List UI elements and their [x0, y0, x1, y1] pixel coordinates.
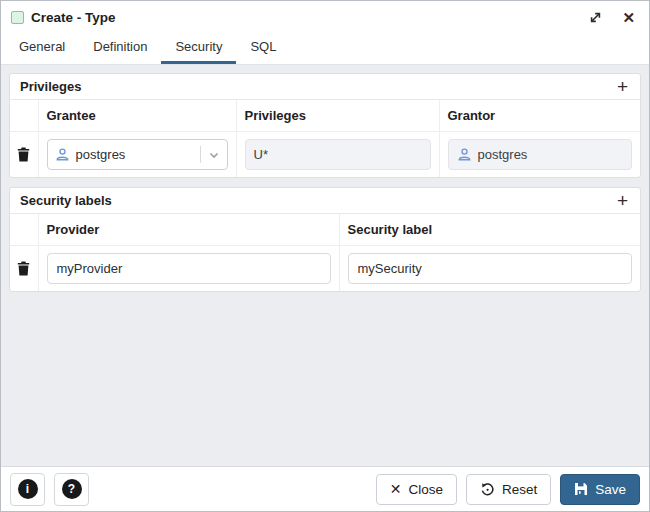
- expand-button[interactable]: [587, 9, 604, 26]
- add-icon: +: [617, 190, 628, 211]
- security-labels-panel-header: Security labels +: [10, 188, 640, 214]
- grantee-value: postgres: [76, 147, 126, 162]
- add-security-label-button[interactable]: +: [615, 194, 630, 208]
- dialog-title: Create - Type: [31, 10, 116, 25]
- expand-icon: [589, 11, 602, 24]
- create-type-dialog: Create - Type ✕ General Definition Secur…: [0, 0, 650, 512]
- security-label-input[interactable]: [348, 253, 633, 284]
- dialog-tabs: General Definition Security SQL: [1, 33, 649, 65]
- trash-icon: [17, 147, 30, 162]
- grantee-select[interactable]: postgres: [47, 139, 228, 170]
- privileges-panel-header: Privileges +: [10, 74, 640, 100]
- sql-help-button[interactable]: i: [10, 473, 45, 506]
- close-icon: ✕: [622, 10, 635, 25]
- security-labels-table-row: [10, 246, 640, 292]
- tab-definition[interactable]: Definition: [79, 33, 161, 64]
- reset-button-label: Reset: [502, 482, 537, 497]
- help-button[interactable]: ?: [54, 473, 89, 506]
- grantor-value: postgres: [478, 147, 528, 162]
- privileges-panel: Privileges + Grantee Privileges Grantor: [9, 73, 641, 178]
- security-label-column-header: Security label: [339, 214, 640, 246]
- tab-security[interactable]: Security: [161, 33, 236, 64]
- add-privilege-button[interactable]: +: [615, 80, 630, 94]
- privileges-value-input[interactable]: [245, 139, 431, 170]
- reset-icon: [480, 482, 495, 497]
- add-icon: +: [617, 76, 628, 97]
- save-button[interactable]: Save: [560, 474, 640, 505]
- tab-general[interactable]: General: [5, 33, 79, 64]
- delete-column-header: [10, 100, 38, 132]
- close-button[interactable]: ✕ Close: [376, 474, 457, 505]
- privileges-table-row: postgres: [10, 132, 640, 178]
- user-icon: [457, 147, 472, 162]
- chevron-down-icon[interactable]: [208, 149, 220, 161]
- security-labels-header-row: Provider Security label: [10, 214, 640, 246]
- reset-button[interactable]: Reset: [466, 474, 551, 505]
- save-button-label: Save: [595, 482, 626, 497]
- privileges-header-row: Grantee Privileges Grantor: [10, 100, 640, 132]
- grantor-column-header: Grantor: [439, 100, 640, 132]
- save-icon: [574, 482, 588, 496]
- dialog-footer: i ? ✕ Close Reset Save: [1, 466, 649, 511]
- select-divider: [200, 146, 201, 163]
- privileges-title: Privileges: [20, 79, 81, 94]
- security-labels-panel: Security labels + Provider Security labe…: [9, 187, 641, 292]
- help-icon: ?: [62, 479, 82, 499]
- privileges-column-header: Privileges: [236, 100, 439, 132]
- type-icon: [11, 11, 24, 24]
- user-icon: [55, 147, 70, 162]
- tab-sql[interactable]: SQL: [236, 33, 290, 64]
- security-tab-content: Privileges + Grantee Privileges Grantor: [1, 65, 649, 466]
- dialog-titlebar: Create - Type ✕: [1, 1, 649, 33]
- provider-column-header: Provider: [38, 214, 339, 246]
- close-x-icon: ✕: [390, 482, 402, 496]
- security-labels-table: Provider Security label: [10, 214, 640, 291]
- delete-column-header: [10, 214, 38, 246]
- provider-input[interactable]: [47, 253, 331, 284]
- security-labels-title: Security labels: [20, 193, 112, 208]
- grantee-column-header: Grantee: [38, 100, 236, 132]
- delete-privilege-button[interactable]: [15, 145, 32, 164]
- close-button-label: Close: [408, 482, 443, 497]
- grantor-field: postgres: [448, 139, 633, 170]
- trash-icon: [17, 261, 30, 276]
- close-dialog-button[interactable]: ✕: [620, 8, 637, 27]
- privileges-table: Grantee Privileges Grantor: [10, 100, 640, 177]
- delete-security-label-button[interactable]: [15, 259, 32, 278]
- info-icon: i: [18, 479, 38, 499]
